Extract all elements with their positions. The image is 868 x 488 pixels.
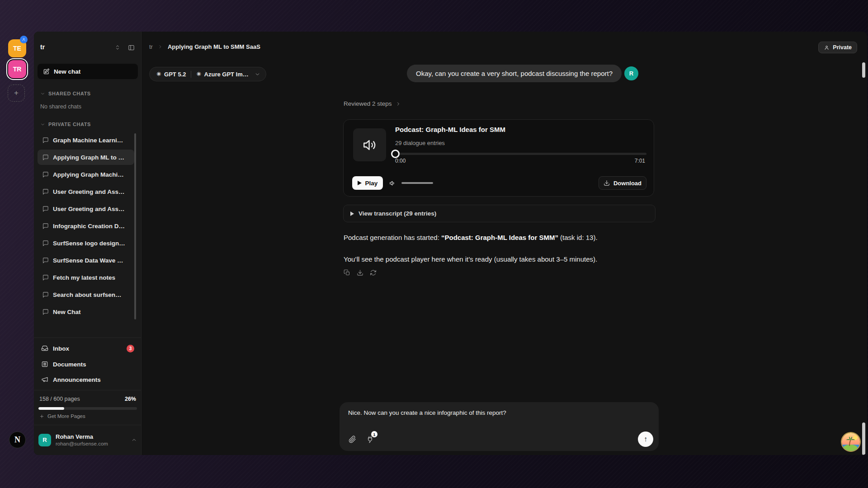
sidebar-scrollbar[interactable] — [134, 133, 136, 319]
breadcrumb-workspace[interactable]: tr — [149, 43, 153, 50]
chat-title: Fetch my latest notes — [53, 274, 115, 281]
plus-icon — [39, 414, 44, 419]
chat-list-item[interactable]: Graph Machine Learni… — [38, 132, 134, 148]
chat-list-item[interactable]: User Greeting and Ass… — [38, 201, 134, 216]
add-workspace-button[interactable]: + — [8, 84, 25, 102]
divider — [34, 338, 142, 338]
sidebar-item-inbox[interactable]: Inbox 3 — [38, 342, 138, 355]
chat-title: User Greeting and Ass… — [53, 206, 125, 212]
connectors-icon[interactable]: 1 — [366, 436, 374, 443]
composer-input[interactable]: Nice. Now can you create a nice infograp… — [348, 409, 650, 416]
model-selector[interactable]: ✳ GPT 5.2 ✳ Azure GPT Im… — [149, 67, 266, 81]
chat-bubble-icon — [42, 154, 49, 161]
private-chats-label: PRIVATE CHATS — [48, 122, 91, 127]
user-profile-menu[interactable]: R Rohan Verma rohan@surfsense.com — [38, 429, 137, 451]
chat-list-item[interactable]: SurfSense logo design… — [38, 235, 134, 251]
divider — [34, 425, 142, 425]
chat-list-item[interactable]: User Greeting and Ass… — [38, 184, 134, 199]
chat-list-item[interactable]: Applying Graph Machi… — [38, 167, 134, 182]
openai-logo-icon: ✳ — [196, 71, 201, 77]
workspace-switcher-icon[interactable] — [114, 44, 121, 51]
view-transcript-toggle[interactable]: View transcript (29 entries) — [343, 205, 656, 222]
total-time: 7:01 — [635, 158, 645, 164]
pages-progress-bar — [38, 407, 137, 410]
send-button[interactable]: ↑ — [638, 432, 653, 447]
play-button[interactable]: Play — [352, 176, 383, 190]
download-icon — [604, 180, 610, 186]
main-scrollbar-bottom[interactable] — [862, 422, 865, 455]
podcast-entries-count: 29 dialogue entries — [395, 140, 445, 146]
eta-message: You’ll see the podcast player here when … — [344, 255, 658, 263]
pages-usage-percent: 26% — [125, 396, 136, 402]
shared-chats-section-header[interactable]: SHARED CHATS — [40, 91, 91, 96]
seek-slider-track[interactable] — [395, 153, 646, 155]
workspace-avatar-tr-selected[interactable]: TR — [8, 60, 26, 78]
visibility-private-button[interactable]: Private — [818, 42, 857, 53]
chat-title: SurfSense Data Wave … — [53, 257, 123, 264]
current-time: 0:00 — [395, 158, 406, 164]
chat-list-item[interactable]: SurfSense Data Wave … — [38, 253, 134, 268]
chat-list-item[interactable]: Search about surfsen… — [38, 287, 134, 302]
new-chat-icon — [43, 68, 50, 75]
private-chats-section-header[interactable]: PRIVATE CHATS — [40, 122, 91, 127]
user-message-bubble: Okay, can you create a very short, podca… — [407, 65, 622, 82]
reviewed-steps-label: Reviewed 2 steps — [344, 100, 392, 107]
collapse-sidebar-icon[interactable] — [128, 44, 135, 51]
chat-list-item[interactable]: Fetch my latest notes — [38, 270, 134, 285]
app-logo[interactable]: N — [9, 432, 26, 448]
model-secondary[interactable]: ✳ Azure GPT Im… — [191, 71, 253, 78]
podcast-player-card: Podcast: Graph-ML Ideas for SMM 29 dialo… — [343, 119, 654, 197]
speaker-icon — [353, 128, 386, 161]
shared-chats-label: SHARED CHATS — [48, 91, 91, 96]
chevron-down-icon — [40, 91, 45, 96]
chat-title: Applying Graph ML to … — [53, 154, 124, 161]
main-content: tr Applying Graph ML to SMM SaaS Private… — [142, 32, 867, 455]
chat-bubble-icon — [42, 257, 49, 264]
download-button[interactable]: Download — [599, 176, 646, 190]
message-composer[interactable]: Nice. Now can you create a nice infograp… — [340, 402, 659, 451]
pages-usage-text: 158 / 600 pages — [39, 396, 80, 402]
seek-slider-thumb[interactable] — [391, 150, 400, 158]
chat-title: New Chat — [53, 309, 81, 315]
volume-slider[interactable] — [401, 182, 433, 184]
volume-icon[interactable] — [389, 179, 396, 187]
profile-name: Rohan Verma — [56, 433, 108, 441]
reviewed-steps-toggle[interactable]: Reviewed 2 steps — [344, 100, 401, 107]
workspace-name[interactable]: tr — [40, 43, 45, 51]
new-chat-button[interactable]: New chat — [38, 64, 138, 79]
chat-title: SurfSense logo design… — [53, 240, 125, 247]
members-badge-icon — [20, 36, 28, 43]
arrow-up-icon: ↑ — [644, 435, 647, 443]
breadcrumb-chat-title: Applying Graph ML to SMM SaaS — [168, 43, 260, 50]
chat-list-item[interactable]: Infographic Creation D… — [38, 218, 134, 234]
chat-list-item[interactable]: Applying Graph ML to … — [38, 150, 134, 165]
island-sticker[interactable] — [842, 433, 860, 451]
chat-bubble-icon — [42, 274, 49, 281]
divider — [34, 390, 142, 390]
openai-logo-icon: ✳ — [156, 71, 161, 77]
attach-file-icon[interactable] — [349, 436, 356, 443]
triangle-right-icon — [350, 211, 354, 216]
app-window: tr New chat SHARED CHATS No shared chats… — [34, 32, 867, 455]
copy-icon[interactable] — [344, 269, 350, 276]
get-more-pages-button[interactable]: Get More Pages — [39, 413, 85, 419]
user-avatar: R — [624, 66, 638, 80]
chat-title: User Greeting and Ass… — [53, 188, 125, 195]
chat-bubble-icon — [42, 309, 49, 315]
model-primary[interactable]: ✳ GPT 5.2 — [151, 71, 191, 78]
main-scrollbar-thumb[interactable] — [862, 62, 865, 78]
sidebar-item-announcements[interactable]: Announcements — [38, 373, 138, 386]
status-message: Podcast generation has started: “Podcast… — [344, 234, 658, 241]
chat-bubble-icon — [42, 206, 49, 212]
chat-bubble-icon — [42, 291, 49, 298]
chevron-up-icon — [131, 437, 137, 443]
connectors-count-badge: 1 — [371, 431, 377, 437]
documents-icon — [41, 361, 48, 368]
user-message-row: Okay, can you create a very short, podca… — [343, 65, 638, 82]
sidebar-item-documents[interactable]: Documents — [38, 358, 138, 371]
download-icon[interactable] — [357, 269, 363, 276]
shared-chats-empty-text: No shared chats — [40, 103, 81, 110]
chat-list-item[interactable]: New Chat — [38, 304, 134, 319]
download-label: Download — [613, 180, 642, 187]
regenerate-icon[interactable] — [370, 269, 377, 276]
